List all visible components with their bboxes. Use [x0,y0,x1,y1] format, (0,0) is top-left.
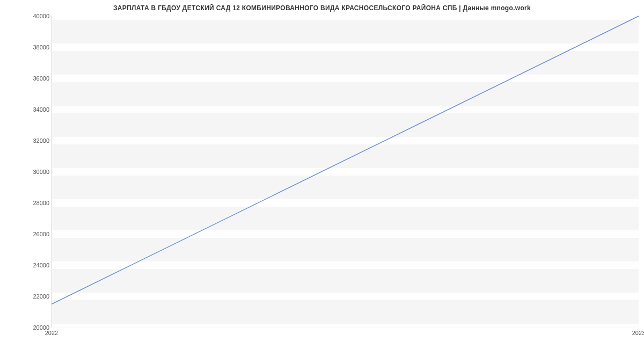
y-tick-label: 38000 [28,44,49,50]
y-tick-label: 40000 [28,13,49,19]
y-tick-label: 22000 [28,293,49,300]
data-line [52,16,639,304]
y-tick-label: 28000 [28,200,49,206]
y-tick-label: 32000 [28,137,49,144]
y-tick-label: 24000 [28,262,49,268]
chart-line-svg [52,16,639,328]
y-tick-label: 30000 [28,169,49,175]
chart-title: ЗАРПЛАТА В ГБДОУ ДЕТСКИЙ САД 12 КОМБИНИР… [0,4,644,12]
x-tick-label: 2023 [625,330,644,336]
y-tick-label: 26000 [28,231,49,237]
y-tick-label: 36000 [28,75,49,82]
x-tick-label: 2022 [38,330,65,336]
y-tick-label: 34000 [28,106,49,113]
